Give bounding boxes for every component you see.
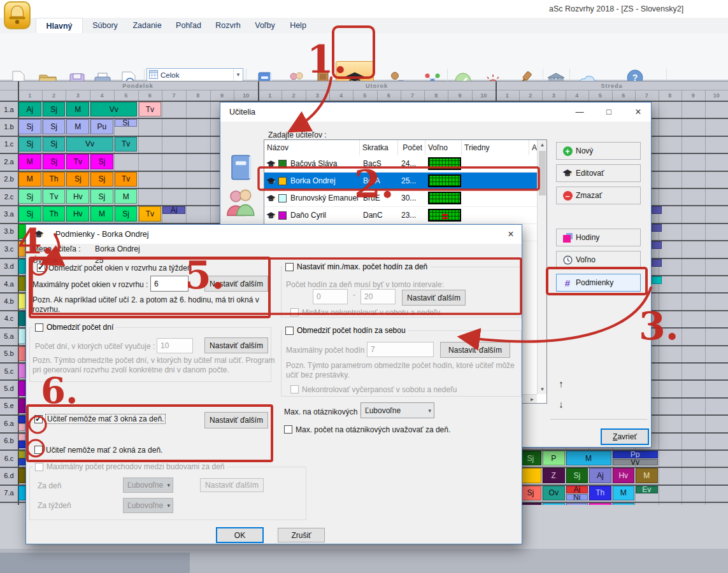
row-label[interactable]: 1.a [0, 102, 18, 117]
row-label[interactable]: 2.c [0, 189, 18, 204]
row-label[interactable]: 4.c [0, 311, 18, 326]
close-dialog-button[interactable]: Zavrieť [601, 428, 649, 445]
row-label[interactable]: 5.a [0, 329, 18, 343]
timetable-cell[interactable]: M [636, 468, 658, 483]
buildings-checkbox[interactable] [35, 463, 43, 471]
timetable-cell[interactable]: Sj [18, 206, 41, 221]
timetable-cell[interactable]: Sj [43, 119, 66, 134]
scroll-up-icon[interactable]: ▲ [538, 140, 547, 150]
row-label[interactable]: 5.c [0, 364, 18, 378]
set-next-days-button[interactable]: Nastaviť ďalším [204, 337, 268, 353]
timetable-cell[interactable]: Sj [566, 468, 589, 483]
limit-windows-checkbox[interactable] [37, 264, 45, 272]
timetable-cell[interactable]: Hv [613, 468, 635, 483]
view-combo[interactable]: Celok ▼ [146, 68, 243, 81]
col-nazov[interactable]: Názov [264, 140, 360, 155]
timetable-cell[interactable]: Th [589, 486, 611, 500]
col-triedny[interactable]: Triedny [462, 140, 529, 155]
timetable-cell[interactable]: Tv [115, 172, 138, 187]
min-hours-input[interactable]: 0 [313, 289, 348, 304]
timetable-cell[interactable]: Hv [66, 189, 89, 204]
conditions-button[interactable]: # Podmienky [556, 274, 641, 292]
teachers-dialog-titlebar[interactable]: Učitelia — □ × [220, 103, 651, 122]
set-next-consecutive-button[interactable]: Nastaviť ďalším [440, 342, 510, 358]
row-label[interactable]: 6.d [0, 468, 18, 483]
exhaustion-weekend-checkbox[interactable] [290, 385, 299, 393]
set-next-buildings-button[interactable]: Nastaviť ďalším [200, 478, 264, 492]
question-per-day-checkbox[interactable] [284, 425, 292, 434]
max-consecutive-input[interactable]: 7 [367, 342, 434, 357]
set-next-gap3-button[interactable]: Nastaviť ďalším [204, 412, 268, 428]
row-label[interactable]: 3.d [0, 259, 18, 274]
max-windows-input[interactable]: 6 [150, 276, 189, 292]
row-label[interactable]: 2.b [0, 172, 18, 187]
timetable-cell[interactable]: Sj [43, 137, 66, 152]
list-header[interactable]: Názov Skratka Počet Voľno Triedny A [264, 140, 537, 155]
row-label[interactable]: 5.e [0, 399, 18, 413]
row-label[interactable]: 3.c [0, 241, 18, 256]
timetable-cell[interactable]: Sj [18, 189, 41, 204]
timetable-cell[interactable]: M [66, 119, 89, 134]
tab-hlavny[interactable]: Hlavný [36, 18, 83, 33]
teacher-row[interactable]: Bačová Sláva BacS 24... [264, 155, 537, 173]
row-label[interactable]: 3.a [0, 206, 18, 221]
per-week-dropdown[interactable]: Ľubovoľne▾ [123, 498, 173, 513]
row-label[interactable]: 1.b [0, 119, 18, 134]
timetable-cell[interactable]: Pu [90, 119, 113, 134]
row-label[interactable]: 3.b [0, 224, 18, 239]
timetable-cell[interactable]: P [543, 451, 565, 465]
ok-button[interactable]: OK [216, 527, 264, 543]
timetable-cell[interactable]: Aj [18, 102, 41, 117]
timetable-cell[interactable]: Sj [43, 154, 66, 169]
timetable-cell[interactable]: Tv [139, 206, 162, 221]
asc-bell-logo-icon[interactable] [4, 1, 31, 29]
timetable-cell[interactable]: Aj [162, 206, 185, 214]
timetable-cell[interactable]: Sj [520, 486, 542, 500]
tab-pohlad[interactable]: Pohľad [169, 18, 208, 33]
row-label[interactable]: 7.a [0, 486, 18, 500]
timetable-cell[interactable] [520, 468, 542, 483]
timetable-cell[interactable]: M [613, 486, 635, 500]
timetable-cell[interactable]: M [566, 451, 611, 465]
row-label[interactable]: 6.c [0, 451, 18, 465]
hours-button[interactable]: Hodiny [556, 229, 641, 246]
timetable-cell[interactable]: Tv [66, 154, 89, 169]
tab-volby[interactable]: Voľby [247, 18, 283, 33]
teacher-row[interactable]: Daňo Cyril DanC 23... [264, 207, 537, 224]
timetable-cell[interactable]: Sj [115, 119, 138, 127]
max-hours-input[interactable]: 20 [360, 289, 396, 304]
timetable-cell[interactable]: Pp [613, 451, 658, 458]
timetable-cell[interactable]: Hv [66, 206, 89, 221]
set-next-minmax-button[interactable]: Nastaviť ďalším [402, 290, 466, 306]
tab-rozvrh[interactable]: Rozvrh [209, 18, 247, 33]
tab-help[interactable]: Help [284, 18, 312, 33]
set-next-windows-button[interactable]: Nastaviť ďalším [204, 276, 268, 292]
col-volno[interactable]: Voľno [425, 140, 462, 155]
row-label[interactable]: 6.a [0, 416, 18, 430]
timetable-cell[interactable]: Vv [66, 137, 113, 152]
row-label[interactable]: 4.a [0, 276, 18, 291]
timetable-cell[interactable]: M [90, 206, 113, 221]
timetable-cell[interactable]: Sj [18, 137, 41, 152]
row-label[interactable]: 5.d [0, 381, 18, 395]
col-skratka[interactable]: Skratka [360, 140, 398, 155]
delete-teacher-button[interactable]: – Zmazať [556, 187, 641, 204]
teacher-row[interactable]: Brunovský Emanuel BruE 30... [264, 190, 537, 207]
cancel-button[interactable]: Zrušiť [278, 528, 325, 542]
timetable-cell[interactable]: Sj [66, 172, 89, 187]
timetable-cell[interactable]: Ev [636, 486, 658, 493]
timetable-cell[interactable]: Z [543, 468, 565, 483]
minmax-checkbox[interactable] [285, 263, 294, 271]
row-label[interactable]: 6.b [0, 434, 18, 448]
timetable-cell[interactable]: Vv [90, 102, 137, 117]
col-pocet[interactable]: Počet [398, 140, 425, 155]
minimize-button[interactable]: — [571, 105, 588, 118]
row-label[interactable]: 5.b [0, 346, 18, 361]
maximize-button[interactable]: □ [601, 105, 617, 118]
timetable-cell[interactable]: Sj [115, 206, 138, 221]
timetable-cell[interactable]: M [18, 172, 41, 187]
timetable-cell[interactable]: Sj [520, 451, 542, 465]
limit-days-checkbox[interactable] [35, 323, 43, 332]
tab-subory[interactable]: Súbory [85, 18, 125, 33]
timetable-cell[interactable]: Aj [566, 486, 589, 493]
